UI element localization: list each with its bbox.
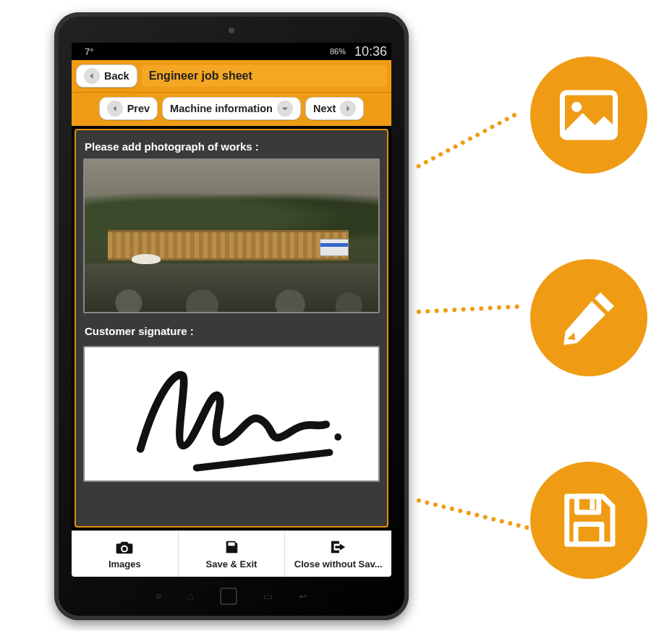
- save-disk-icon: [557, 488, 621, 552]
- device-nav-buttons: ≡ ⌂ ▭ ↩: [54, 585, 409, 607]
- next-label: Next: [313, 103, 336, 114]
- home-hint-icon: ⌂: [187, 590, 193, 602]
- clock-time: 10:36: [354, 44, 387, 59]
- svg-point-5: [334, 433, 341, 441]
- image-icon: [556, 82, 621, 148]
- page-title: Engineer job sheet: [142, 65, 387, 87]
- back-button[interactable]: Back: [76, 64, 137, 88]
- connector-line: [417, 305, 519, 314]
- back-label: Back: [104, 70, 129, 82]
- images-button[interactable]: Images: [72, 531, 179, 577]
- app-header: Back Engineer job sheet: [72, 60, 391, 93]
- signature-field-label: Customer signature :: [85, 325, 378, 337]
- arrow-left-icon: [107, 101, 123, 117]
- works-photo[interactable]: [83, 158, 380, 313]
- svg-rect-10: [590, 499, 595, 509]
- feature-callouts: [530, 56, 647, 579]
- tablet-device: 7° 8: [54, 12, 409, 620]
- pencil-icon: [558, 287, 620, 349]
- device-camera: [229, 27, 234, 33]
- section-nav: Prev Machine information Next: [72, 93, 391, 126]
- prev-button[interactable]: Prev: [99, 97, 158, 120]
- callout-save: [530, 462, 647, 579]
- prev-label: Prev: [127, 103, 150, 114]
- connector-line: [416, 112, 518, 169]
- photo-field-label: Please add photograph of works :: [85, 140, 378, 153]
- next-button[interactable]: Next: [305, 97, 364, 120]
- signature-pad[interactable]: [83, 346, 380, 482]
- section-selector[interactable]: Machine information: [162, 97, 301, 120]
- svg-point-8: [571, 102, 582, 112]
- camera-icon: [115, 539, 134, 557]
- arrow-right-icon: [340, 101, 356, 117]
- save-exit-button[interactable]: Save & Exit: [179, 531, 286, 577]
- save-exit-label: Save & Exit: [206, 559, 258, 569]
- form-content: Please add photograph of works : Custome…: [75, 129, 388, 528]
- close-without-save-button[interactable]: Close without Sav...: [285, 531, 391, 577]
- section-label: Machine information: [170, 103, 273, 114]
- action-bar: Images Save & Exit Close without Sav...: [72, 530, 391, 577]
- svg-rect-6: [231, 543, 233, 545]
- back-soft-button[interactable]: ↩: [299, 590, 307, 602]
- callout-pencil: [530, 259, 647, 376]
- svg-rect-11: [576, 525, 602, 545]
- callout-image: [530, 56, 647, 174]
- images-label: Images: [109, 559, 141, 569]
- exit-icon: [329, 539, 348, 557]
- recent-soft-button[interactable]: ▭: [263, 590, 273, 602]
- home-hard-button[interactable]: [220, 588, 237, 605]
- status-bar: 7° 8: [72, 43, 391, 60]
- temperature-reading: 7°: [85, 46, 93, 57]
- save-disk-icon: [222, 539, 241, 557]
- chevron-down-icon: [277, 101, 293, 117]
- connector-line: [416, 498, 529, 530]
- arrow-left-icon: [84, 68, 100, 84]
- close-label: Close without Sav...: [294, 559, 383, 569]
- battery-percentage: 86%: [330, 47, 346, 56]
- menu-soft-button[interactable]: ≡: [156, 590, 161, 602]
- device-screen: 7° 8: [72, 43, 391, 577]
- svg-rect-9: [577, 496, 599, 512]
